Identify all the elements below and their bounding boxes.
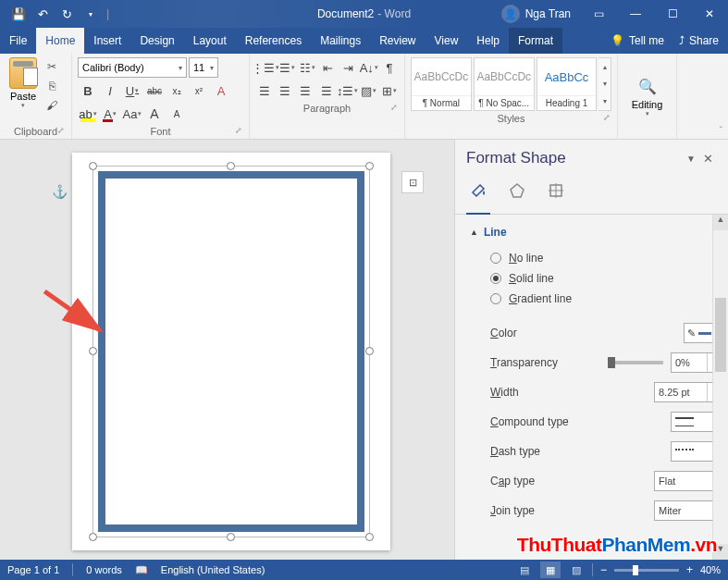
line-spacing-button[interactable]: ↕☰	[338, 80, 358, 101]
handle-bottom-left[interactable]	[89, 533, 97, 541]
menu-home[interactable]: Home	[36, 28, 84, 54]
user-account[interactable]: 👤 Nga Tran	[492, 5, 580, 23]
copy-button[interactable]: ⎘	[43, 77, 61, 95]
print-layout-button[interactable]: ▦	[540, 561, 561, 578]
editing-button[interactable]: 🔍 Editing ▾	[623, 57, 671, 137]
menu-design[interactable]: Design	[130, 28, 183, 54]
shading-button[interactable]: ▨	[360, 80, 378, 101]
effects-tab[interactable]	[505, 179, 529, 203]
cut-button[interactable]: ✂	[43, 57, 61, 76]
underline-button[interactable]: U	[122, 80, 142, 101]
numbering-button[interactable]: ☰	[278, 57, 296, 78]
align-center-button[interactable]: ☰	[276, 80, 294, 101]
handle-bottom-right[interactable]	[365, 533, 374, 541]
zoom-in-button[interactable]: +	[685, 563, 695, 576]
styles-gallery-more[interactable]: ▴ ▾ ▾	[598, 57, 611, 111]
show-marks-button[interactable]: ¶	[380, 57, 399, 78]
format-painter-button[interactable]: 🖌	[43, 96, 61, 115]
save-icon[interactable]: 💾	[7, 3, 30, 25]
decrease-indent-button[interactable]: ⇤	[318, 57, 337, 78]
menu-view[interactable]: View	[426, 28, 468, 54]
justify-button[interactable]: ☰	[317, 80, 336, 101]
handle-mid-right[interactable]	[365, 347, 374, 355]
style-normal[interactable]: AaBbCcDc ¶ Normal	[411, 57, 472, 111]
join-type-dropdown[interactable]: Miter	[654, 500, 721, 521]
menu-mailings[interactable]: Mailings	[311, 28, 370, 54]
fill-line-tab[interactable]	[466, 179, 490, 203]
qat-customize-icon[interactable]: ▾	[80, 3, 102, 25]
bullets-button[interactable]: ⋮☰	[255, 57, 276, 78]
grow-font-button[interactable]: A	[144, 104, 165, 124]
handle-mid-left[interactable]	[89, 347, 97, 355]
word-count[interactable]: 0 words	[86, 564, 122, 575]
shrink-font-button[interactable]: A	[167, 104, 187, 124]
pane-options-button[interactable]: ▼	[684, 154, 698, 164]
minimize-button[interactable]: —	[617, 0, 654, 28]
font-name-combo[interactable]: Calibri (Body)	[78, 57, 187, 78]
read-mode-button[interactable]: ▤	[514, 561, 535, 578]
italic-button[interactable]: I	[100, 80, 120, 101]
solid-line-radio[interactable]: Solid line	[470, 268, 721, 289]
down-arrow-icon[interactable]: ▾	[598, 80, 611, 88]
sort-button[interactable]: A↓	[360, 57, 378, 78]
style-no-spacing[interactable]: AaBbCcDc ¶ No Spac...	[474, 57, 535, 111]
document-canvas[interactable]: ⚓ ⊡	[0, 140, 454, 560]
change-case-button[interactable]: Aa	[122, 104, 142, 124]
font-size-combo[interactable]: 11	[189, 57, 218, 78]
menu-file[interactable]: File	[0, 28, 36, 54]
menu-format[interactable]: Format	[509, 28, 562, 54]
multilevel-button[interactable]: ☷	[298, 57, 316, 78]
align-left-button[interactable]: ☰	[255, 80, 274, 101]
zoom-slider[interactable]	[614, 569, 679, 572]
tell-me-search[interactable]: 💡 Tell me	[611, 34, 664, 47]
layout-options-button[interactable]: ⊡	[401, 171, 424, 193]
superscript-button[interactable]: x²	[189, 80, 209, 101]
redo-icon[interactable]: ↻	[56, 3, 78, 25]
style-heading1[interactable]: AaBbCc Heading 1	[537, 57, 598, 111]
menu-insert[interactable]: Insert	[84, 28, 130, 54]
ribbon-display-button[interactable]: ▭	[580, 0, 617, 28]
web-layout-button[interactable]: ▨	[566, 561, 586, 578]
align-right-button[interactable]: ☰	[296, 80, 315, 101]
pane-close-button[interactable]: ✕	[698, 152, 717, 166]
undo-icon[interactable]: ↶	[31, 3, 54, 25]
no-line-radio[interactable]: No line	[470, 248, 721, 268]
spell-check-icon[interactable]: 📖	[135, 564, 148, 576]
clear-formatting-button[interactable]: A	[211, 80, 231, 101]
zoom-level[interactable]: 40%	[700, 564, 721, 575]
rectangle-shape[interactable]	[98, 171, 364, 532]
collapse-ribbon-button[interactable]: ˇ	[720, 126, 722, 136]
menu-layout[interactable]: Layout	[184, 28, 236, 54]
increase-indent-button[interactable]: ⇥	[339, 57, 358, 78]
gradient-line-radio[interactable]: Gradient line	[470, 289, 721, 309]
language-indicator[interactable]: English (United States)	[161, 564, 265, 575]
cap-type-dropdown[interactable]: Flat	[654, 471, 721, 491]
handle-bottom-mid[interactable]	[227, 533, 235, 541]
up-arrow-icon[interactable]: ▴	[598, 63, 611, 71]
handle-top-left[interactable]	[89, 162, 97, 170]
pane-scrollbar[interactable]: ▲ ▼	[712, 215, 728, 560]
line-section-header[interactable]: ▲ Line	[470, 226, 721, 239]
menu-references[interactable]: References	[236, 28, 311, 54]
maximize-button[interactable]: ☐	[654, 0, 691, 28]
scroll-up-icon[interactable]: ▲	[713, 215, 728, 230]
strikethrough-button[interactable]: abc	[144, 80, 165, 101]
subscript-button[interactable]: x₂	[167, 80, 187, 101]
expand-icon[interactable]: ▾	[598, 97, 611, 105]
handle-top-mid[interactable]	[227, 162, 235, 170]
close-button[interactable]: ✕	[691, 0, 728, 28]
scroll-thumb[interactable]	[715, 298, 726, 372]
zoom-out-button[interactable]: −	[598, 563, 609, 576]
share-button[interactable]: ⤴ Share	[679, 34, 719, 47]
highlight-button[interactable]: ab	[78, 104, 98, 124]
menu-help[interactable]: Help	[467, 28, 509, 54]
paste-button[interactable]: Paste ▾	[6, 57, 41, 109]
transparency-slider[interactable]	[608, 361, 663, 364]
menu-review[interactable]: Review	[370, 28, 425, 54]
font-color-button[interactable]: A	[100, 104, 120, 124]
width-input[interactable]: 8.25 pt ▲▼	[654, 382, 721, 402]
page-indicator[interactable]: Page 1 of 1	[7, 564, 59, 575]
bold-button[interactable]: B	[78, 80, 98, 101]
borders-button[interactable]: ⊞	[380, 80, 399, 101]
handle-top-right[interactable]	[365, 162, 374, 170]
